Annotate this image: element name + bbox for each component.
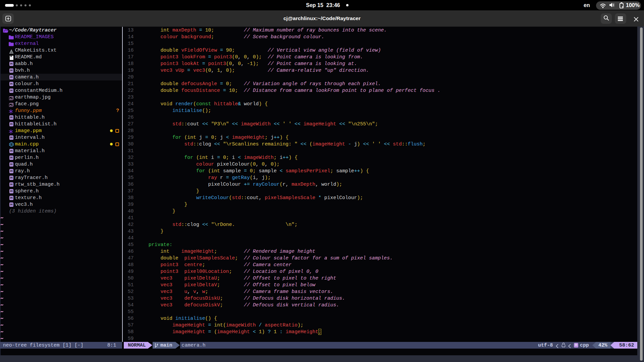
svg-text:C: C — [10, 142, 12, 146]
